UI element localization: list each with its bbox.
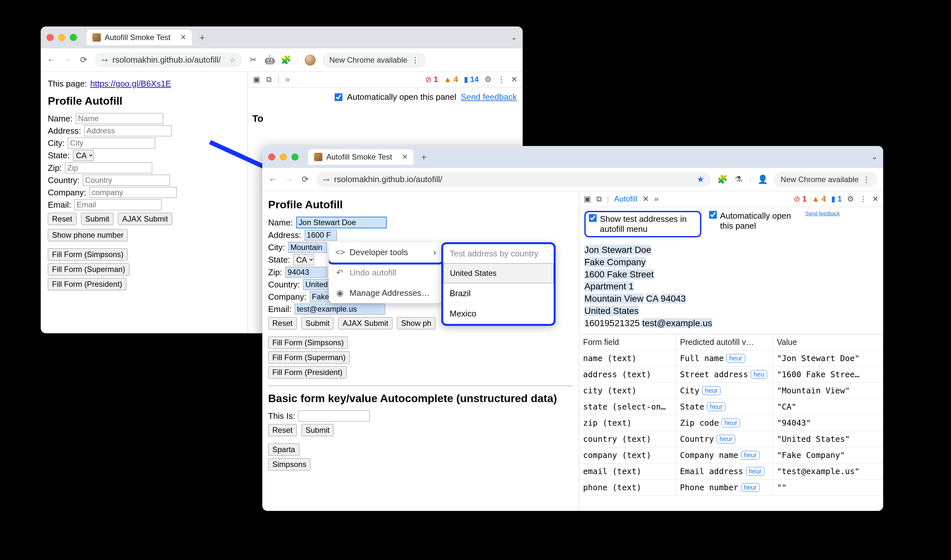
zip-input[interactable] [65,162,152,174]
send-feedback-link[interactable]: Send feedback [805,211,840,217]
reset-button[interactable]: Reset [268,317,297,329]
state-select[interactable]: CA [293,254,314,265]
more-panels-icon[interactable]: » [285,75,289,84]
close-panel-icon[interactable]: ✕ [643,194,649,203]
email-input[interactable] [295,303,385,315]
table-row[interactable]: city (text)City heur"Mountain View" [579,383,883,399]
tabs-dropdown-button[interactable]: ⌄ [511,33,517,42]
close-devtools-button[interactable]: ✕ [872,194,879,203]
address-bar[interactable]: ⊶ rsolomakhin.github.io/autofill/ ☆ [95,52,242,68]
kebab-icon[interactable]: ⋮ [859,194,867,203]
city-input[interactable] [68,138,155,149]
device-icon[interactable]: ⧉ [596,194,602,203]
warning-badge[interactable]: ▲ 4 [812,194,826,203]
close-window-button[interactable] [46,34,54,41]
city-input[interactable] [288,242,327,253]
profile-icon[interactable]: 👤 [757,174,767,185]
table-row[interactable]: email (text)Email address heur"test@exam… [579,463,883,480]
email-input[interactable] [74,199,162,210]
fill-simpsons-button[interactable]: Fill Form (Simpsons) [268,337,348,349]
inspect-icon[interactable]: ▣ [253,75,260,84]
page-link[interactable]: https://goo.gl/B6Xs1E [90,79,171,89]
sparta-button[interactable]: Sparta [268,443,299,456]
fill-superman-button[interactable]: Fill Form (Superman) [48,263,129,275]
address-bar[interactable]: ⊶ rsolomakhin.github.io/autofill/ ★ [317,172,711,187]
settings-icon[interactable]: ⚙ [485,75,492,84]
settings-icon[interactable]: ⚙ [847,194,854,203]
zip-input[interactable] [285,267,327,278]
auto-open-checkbox[interactable] [335,93,342,101]
show-phone-button[interactable]: Show ph [397,317,435,329]
table-row[interactable]: company (text)Company name heur"Fake Com… [579,447,883,463]
thisis-input[interactable] [299,411,369,422]
country-us-item[interactable]: United States [443,263,554,283]
update-pill[interactable]: New Chrome available ⋮ [774,172,877,187]
forward-button[interactable]: → [284,174,294,185]
address-input[interactable] [84,125,172,136]
close-tab-button[interactable]: ✕ [402,153,408,161]
simpsons-button[interactable]: Simpsons [268,458,311,471]
autofill-tab[interactable]: Autofill [614,194,637,203]
table-row[interactable]: address (text)Street address heu"1600 Fa… [579,366,883,383]
error-badge[interactable]: ⊘ 1 [425,75,438,84]
back-button[interactable]: ← [268,174,278,185]
country-input[interactable] [83,175,170,186]
auto-open-checkbox[interactable] [709,211,717,218]
bookmark-icon[interactable]: ★ [697,174,704,185]
scissors-icon[interactable]: ✂ [248,55,258,65]
info-badge[interactable]: ▮ 14 [464,75,479,84]
site-settings-icon[interactable]: ⊶ [102,56,108,64]
manage-addresses-item[interactable]: ◉ Manage Addresses… [329,283,443,303]
fill-president-button[interactable]: Fill Form (President) [48,278,126,290]
labs-icon[interactable]: ⚗ [733,174,743,185]
back-button[interactable]: ← [46,55,56,65]
show-phone-button[interactable]: Show phone number [48,229,128,241]
reset-button[interactable]: Reset [48,213,77,225]
company-input[interactable] [89,187,177,198]
name-input[interactable] [76,113,163,124]
close-window-button[interactable] [268,154,275,160]
site-settings-icon[interactable]: ⊶ [323,176,329,183]
ajax-submit-button[interactable]: AJAX Submit [118,213,172,225]
fill-simpsons-button[interactable]: Fill Form (Simpsons) [48,248,128,261]
submit-button[interactable]: Submit [81,213,114,225]
undo-autofill-item[interactable]: ↶ Undo autofill [329,263,443,283]
country-br-item[interactable]: Brazil [443,283,554,303]
forward-button[interactable]: → [63,55,72,65]
extensions-icon[interactable]: 🧩 [281,55,291,65]
table-row[interactable]: state (select-on…State heur"CA" [579,399,883,415]
table-row[interactable]: name (text)Full name heur"Jon Stewart Do… [579,351,883,366]
more-panels-icon[interactable]: » [654,194,658,203]
reset-button-2[interactable]: Reset [268,424,297,436]
fill-president-button[interactable]: Fill Form (President) [268,366,346,378]
reload-button[interactable]: ⟳ [300,174,310,185]
ajax-submit-button[interactable]: AJAX Submit [338,317,392,329]
tabs-dropdown-button[interactable]: ⌄ [871,153,877,161]
inspect-icon[interactable]: ▣ [584,194,591,203]
minimize-window-button[interactable] [280,154,287,160]
table-row[interactable]: phone (text)Phone number heur"" [579,480,883,496]
browser-tab[interactable]: Autofill Smoke Test ✕ [86,30,192,45]
submit-button-2[interactable]: Submit [302,424,334,436]
developer-tools-item[interactable]: <> Developer tools › [329,242,443,263]
device-icon[interactable]: ⧉ [266,75,272,84]
bookmark-icon[interactable]: ☆ [230,56,235,64]
state-select[interactable]: CA [73,150,94,161]
fill-superman-button[interactable]: Fill Form (Superman) [268,351,350,364]
info-badge[interactable]: ▮ 1 [831,194,842,203]
send-feedback-link[interactable]: Send feedback [461,92,517,102]
warning-badge[interactable]: ▲ 4 [444,75,458,84]
robot-icon[interactable]: 🤖 [265,55,274,65]
maximize-window-button[interactable] [291,154,299,160]
name-input[interactable] [296,217,387,228]
profile-avatar[interactable] [305,55,315,66]
address-input[interactable] [305,229,337,241]
country-mx-item[interactable]: Mexico [443,303,554,324]
table-row[interactable]: country (text)Country heur"United States… [579,431,883,447]
maximize-window-button[interactable] [70,34,77,41]
reload-button[interactable]: ⟳ [79,55,89,65]
table-row[interactable]: zip (text)Zip code heur"94043" [579,415,883,431]
show-test-addresses-checkbox[interactable] [589,214,597,222]
extensions-icon[interactable]: 🧩 [717,174,727,185]
error-badge[interactable]: ⊘ 1 [794,194,806,203]
